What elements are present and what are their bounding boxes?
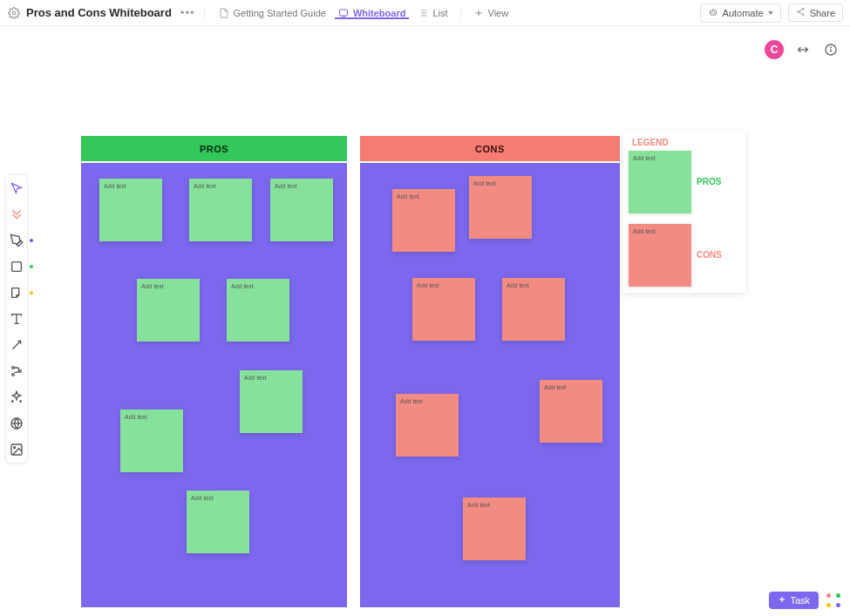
sticky-note[interactable]: Add text <box>137 279 200 342</box>
automate-button[interactable]: Automate <box>700 3 781 23</box>
tool-color-indicator <box>30 265 33 268</box>
pen-tool[interactable] <box>9 233 24 248</box>
sticky-note[interactable]: Add text <box>189 179 252 241</box>
sticky-note[interactable]: Add text <box>392 189 455 252</box>
svg-point-22 <box>831 47 832 48</box>
cons-header: CONS <box>360 136 620 161</box>
tab-label: View <box>488 8 509 18</box>
settings-icon[interactable] <box>7 6 21 20</box>
fit-icon[interactable] <box>792 39 813 60</box>
more-icon[interactable]: ••• <box>177 6 199 19</box>
card-link-tool[interactable] <box>9 363 24 379</box>
tab-list[interactable]: List <box>418 8 447 18</box>
share-label: Share <box>810 8 835 18</box>
svg-point-35 <box>14 447 16 449</box>
sticky-note[interactable]: Add text <box>540 380 602 443</box>
avatar[interactable]: C <box>763 38 785 61</box>
divider <box>204 7 205 19</box>
tab-whiteboard[interactable]: Whiteboard <box>338 8 406 18</box>
web-tool[interactable] <box>9 416 24 431</box>
info-icon[interactable] <box>820 39 841 60</box>
svg-point-15 <box>797 11 799 13</box>
tool-color-indicator <box>30 291 33 294</box>
add-view-button[interactable]: View <box>473 8 509 18</box>
tab-label: Getting Started Guide <box>234 8 326 18</box>
sticky-note[interactable]: Add text <box>240 370 303 433</box>
divider <box>460 7 461 19</box>
create-task-button[interactable]: Task <box>769 592 819 609</box>
legend-label: PROS <box>697 177 721 186</box>
header-right: Automate Share <box>700 3 843 23</box>
tool-color-indicator <box>30 239 33 242</box>
legend-title: LEGEND <box>623 131 745 151</box>
svg-point-30 <box>20 401 21 402</box>
view-tabs: Getting Started Guide Whiteboard List <box>219 7 509 19</box>
connector-tool[interactable] <box>9 337 24 353</box>
canvas-topright-toolbar: C <box>763 38 841 61</box>
tab-getting-started[interactable]: Getting Started Guide <box>219 8 326 18</box>
svg-point-11 <box>711 12 712 13</box>
sticky-note[interactable]: Add text <box>396 394 459 457</box>
svg-line-18 <box>799 12 802 14</box>
legend-panel[interactable]: LEGEND Add text PROS Add text CONS <box>623 131 745 293</box>
tool-palette <box>5 174 28 464</box>
pros-header: PROS <box>81 136 347 161</box>
svg-rect-23 <box>12 262 22 272</box>
share-button[interactable]: Share <box>788 3 843 22</box>
svg-point-28 <box>12 374 15 376</box>
plus-icon <box>473 8 484 18</box>
image-tool[interactable] <box>9 442 24 457</box>
svg-point-14 <box>802 8 804 10</box>
select-tool[interactable] <box>9 180 24 196</box>
ai-tool[interactable] <box>9 389 24 405</box>
svg-rect-1 <box>339 10 347 16</box>
legend-row: Add text PROS <box>629 151 740 222</box>
sticky-note[interactable]: Add text <box>187 491 249 553</box>
share-icon <box>796 7 806 18</box>
sticky-note[interactable]: Add text <box>270 179 333 241</box>
sticky-note[interactable]: Add text <box>502 278 565 341</box>
sticky-note[interactable]: Add text <box>227 279 289 342</box>
svg-point-16 <box>802 14 804 16</box>
sticky-note[interactable]: Add text <box>463 498 526 560</box>
tab-label: Whiteboard <box>353 8 406 18</box>
doc-icon <box>219 8 229 18</box>
app-header: Pros and Cons Whiteboard ••• Getting Sta… <box>0 0 850 26</box>
text-tool[interactable] <box>9 311 24 327</box>
svg-point-12 <box>714 12 715 13</box>
pros-column[interactable]: PROS Add text Add text Add text Add text… <box>81 136 347 606</box>
legend-note-pros[interactable]: Add text <box>629 151 691 213</box>
robot-icon <box>708 7 718 19</box>
bottom-right-actions: Task <box>769 592 841 609</box>
tab-label: List <box>432 8 447 18</box>
sticky-note[interactable]: Add text <box>412 278 475 341</box>
svg-line-17 <box>799 10 802 11</box>
header-left: Pros and Cons Whiteboard ••• Getting Sta… <box>7 6 508 20</box>
pros-body[interactable]: Add text Add text Add text Add text Add … <box>81 163 347 607</box>
whiteboard-icon <box>338 8 349 18</box>
svg-line-26 <box>12 341 20 349</box>
automate-label: Automate <box>723 8 764 18</box>
svg-point-0 <box>12 11 16 15</box>
sticky-note[interactable]: Add text <box>99 179 162 241</box>
hand-tool[interactable] <box>9 206 24 222</box>
sticky-note[interactable]: Add text <box>120 410 183 472</box>
legend-label: CONS <box>697 250 722 260</box>
task-label: Task <box>790 595 810 606</box>
apps-icon[interactable] <box>826 592 841 608</box>
cons-column[interactable]: CONS Add text Add text Add text Add text… <box>360 136 620 606</box>
shape-tool[interactable] <box>9 259 24 274</box>
sticky-tool[interactable] <box>9 285 24 301</box>
sticky-note[interactable]: Add text <box>469 176 532 239</box>
svg-point-27 <box>12 367 15 369</box>
chevron-down-icon <box>768 11 773 15</box>
page-title: Pros and Cons Whiteboard <box>26 6 172 19</box>
cons-body[interactable]: Add text Add text Add text Add text Add … <box>360 163 620 607</box>
plus-icon <box>778 595 786 606</box>
legend-note-cons[interactable]: Add text <box>629 224 691 287</box>
svg-point-31 <box>12 401 13 402</box>
legend-row: Add text CONS <box>629 224 740 295</box>
whiteboard-canvas[interactable]: C <box>0 26 850 616</box>
list-icon <box>418 8 428 18</box>
